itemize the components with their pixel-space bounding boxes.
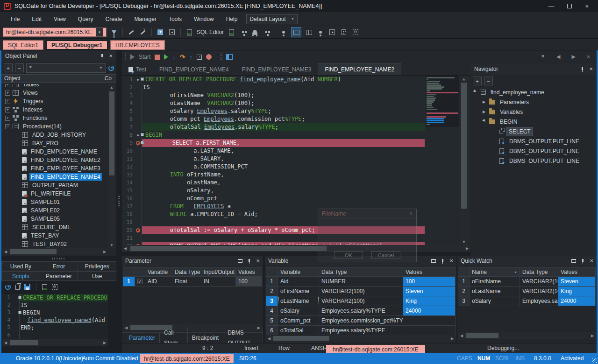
cell-variable[interactable]: oLastName [278,296,319,306]
sql-editor-label[interactable]: SQL Editor [197,29,224,35]
panel-layout-icon[interactable] [226,54,233,60]
column-header-values[interactable]: Values [236,267,262,276]
restore-icon[interactable] [571,259,576,263]
disconnect-icon[interactable] [139,28,147,36]
cell-name[interactable]: oFirstName [470,277,520,286]
tab-use[interactable]: Use [78,271,116,281]
menu-file[interactable]: File [5,16,26,22]
quick-watch-hscrollbar[interactable]: ◀ ▶ [458,332,596,339]
tab-breakpoint[interactable]: Breakpoint [188,333,223,343]
menu-view[interactable]: View [48,16,72,22]
copy-icon[interactable] [15,285,20,290]
cell-data-type[interactable]: Float [172,277,201,286]
step-over-icon[interactable]: ↷ [180,53,185,61]
editor-vscrollbar[interactable]: ▲ ▼ [460,76,468,245]
cell-variable[interactable]: oFirstName [278,287,319,296]
export-icon[interactable] [168,28,176,36]
menu-edit[interactable]: Edit [26,16,48,22]
checkbox-icon[interactable]: ✓ [137,279,142,284]
session-icon[interactable] [110,28,118,36]
expand-icon[interactable]: + [5,91,10,96]
cell-data-type[interactable]: VARCHAR2(10 [520,277,558,286]
cell-values[interactable]: 24000 [403,306,456,315]
doc-tab-hr-employees[interactable]: HR.EMPLOYEES [110,40,165,50]
cell-name[interactable]: oSalary [470,296,520,306]
close-icon[interactable]: × [589,67,593,71]
run-to-cursor-icon[interactable]: ! [197,55,202,60]
expand-all-button[interactable]: + [4,63,13,72]
object-tree-hscrollbar[interactable]: ◀ ▶ [2,248,108,255]
cell-values[interactable]: 24000 [558,296,596,306]
cell-variable[interactable]: oSalary [278,306,319,315]
nav-item-dbms-output-put-line[interactable]: DBMS_OUTPUT.PUT_LINE [470,156,597,166]
connect-icon[interactable] [127,28,135,36]
cell-values[interactable]: Steven [403,287,456,296]
start-icon[interactable] [130,54,135,60]
breakpoint-icon[interactable] [134,226,142,234]
cell-values[interactable] [403,316,456,325]
table-row[interactable]: 2oFirstNameVARCHAR2(100)Steven [266,287,456,296]
expand-icon[interactable]: ▶ [483,100,488,104]
table-row[interactable]: 1oFirstNameVARCHAR2(10Steven [458,277,596,287]
column-header-name[interactable]: Name▲ [470,267,520,276]
cell-input-output[interactable]: IN [201,277,236,286]
data-transfer-icon[interactable] [262,28,271,36]
nav-item-parameters[interactable]: ▶Parameters [470,97,597,107]
column-header-variable[interactable]: Variable [278,267,319,276]
pin-icon[interactable] [581,259,585,263]
close-icon[interactable]: × [109,54,113,58]
tab-parameter[interactable]: Parameter [125,333,160,343]
tab-used-by[interactable]: Used By [1,261,40,271]
tree-item-sample01[interactable]: SAMPLE01 [1,198,108,206]
editor-tab-find-employee-name2[interactable]: FIND_EMPLOYEE_NAME2 [318,63,401,75]
tree-item-views[interactable]: +Views [1,89,108,97]
close-button[interactable]: × [585,3,589,10]
expand-icon[interactable]: + [5,107,10,112]
cell-values[interactable]: 100 [236,277,262,286]
tab-scripts[interactable]: Scripts [1,271,40,281]
import-icon[interactable] [156,28,164,36]
column-header-data-type[interactable]: Data Type [520,267,558,276]
fold-marker-icon[interactable] [18,296,21,299]
cell-data-type[interactable]: Employees.commission_pct%TYPE [319,316,403,325]
pin-icon[interactable] [100,54,104,58]
collapse-all-button[interactable]: − [15,63,24,72]
editor-tab-test[interactable]: Test [122,63,153,75]
tree-item-secure-dml[interactable]: SECURE_DML [1,223,108,231]
table-row[interactable]: 2oLastNameVARCHAR2(10King [458,287,596,296]
horizontal-splitter[interactable] [1,256,116,261]
next-tab-icon[interactable]: ▶ [572,54,576,60]
options-icon[interactable] [351,28,360,36]
collapse-icon[interactable]: − [5,124,10,129]
variable-hscrollbar[interactable]: ◀ ▶ [266,335,456,342]
sql-editor-icon[interactable] [185,28,193,36]
editor-tab-find-employee-name3[interactable]: FIND_EMPLOYEE_NAME3 [235,63,318,75]
maximize-button[interactable] [567,4,572,8]
close-tab-icon[interactable]: × [587,54,590,60]
table-row[interactable]: 3oLastNameVARCHAR2(100)King [266,296,456,306]
parameter-table[interactable]: VariableData TypeInput/OutputValues1✓AID… [123,267,262,287]
tree-item-test-bay[interactable]: TEST_BAY [1,231,108,240]
menu-help[interactable]: Help [220,16,244,22]
editor-tab-find-employee-name4[interactable]: FIND_EMPLOYEE_NAME4 [153,63,235,75]
save-icon[interactable] [24,284,30,290]
sql-file-icon[interactable] [42,284,47,290]
vertical-splitter[interactable] [116,50,122,353]
column-object[interactable]: Object [4,75,21,82]
cell-variable[interactable]: AID [145,277,172,286]
tree-item-sample02[interactable]: SAMPLE02 [1,206,108,215]
restore-icon[interactable] [238,259,242,263]
tree-item-bay-pro[interactable]: BAY_PRO [1,139,108,147]
tree-item-indexes[interactable]: +Indexes [1,105,108,114]
start-label[interactable]: Start [139,54,150,60]
tab-list-icon[interactable]: ▼ [541,54,545,60]
collapse-icon[interactable]: ▶ [482,118,489,125]
code-editor[interactable]: 1CREATE OR REPLACE PROCEDURE find_employ… [122,76,470,245]
tree-item-find-employee-name4[interactable]: FIND_EMPLOYEE_NAME4 [1,173,108,181]
restore-icon[interactable] [431,259,436,263]
nav-item-variables[interactable]: ▶Variables [470,107,597,117]
resize-grip[interactable] [592,358,597,363]
table-row[interactable]: 5oComm_pctEmployees.commission_pct%TYPE [266,316,456,326]
pin-icon[interactable] [580,67,584,71]
fold-marker-icon[interactable] [141,133,144,136]
